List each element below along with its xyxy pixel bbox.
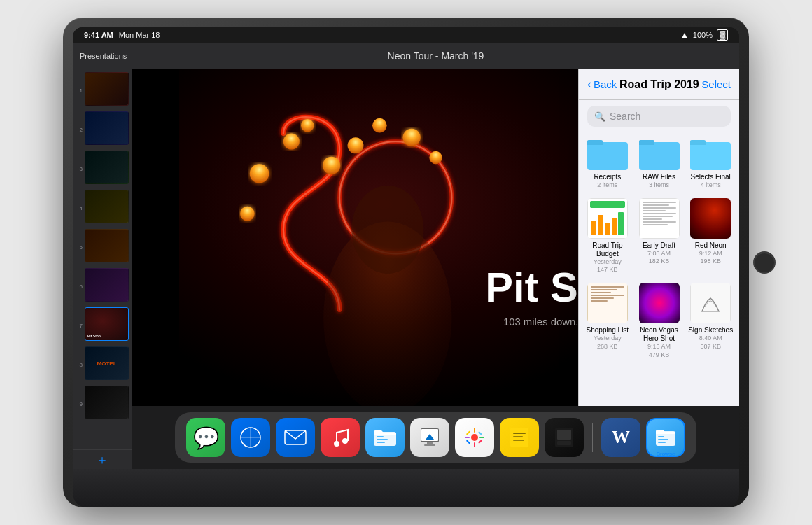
slide-thumb-2[interactable] [85, 111, 129, 145]
file-sign-sketches[interactable]: Sign Sketches 8:40 AM 507 KB [687, 283, 734, 359]
file-thumb-shopping [587, 283, 628, 323]
slide-num-6: 6 [76, 284, 83, 290]
svg-point-25 [342, 438, 348, 444]
svg-point-4 [250, 164, 269, 183]
svg-rect-40 [466, 430, 470, 435]
svg-rect-41 [478, 431, 482, 435]
presentations-label: Presentations [80, 52, 127, 60]
files-grid: Receipts 2 items [579, 132, 739, 406]
file-shopping-list[interactable]: Shopping List Yesterday 268 KB [584, 283, 631, 359]
slide-thumb-4[interactable] [85, 190, 129, 223]
svg-rect-36 [474, 428, 475, 433]
slide-thumb-8[interactable]: MOTEL [85, 346, 129, 380]
svg-rect-47 [513, 440, 524, 441]
search-bar[interactable]: 🔍 Search [587, 106, 731, 127]
file-early-draft[interactable]: Early Draft 7:03 AM 182 KB [636, 198, 682, 274]
slide-num-9: 9 [76, 401, 83, 407]
folder-meta-raw: 3 items [649, 181, 669, 190]
file-thumb-red-neon [690, 198, 731, 239]
slide-num-8: 8 [76, 362, 83, 368]
slide-row-4: 4 [76, 190, 129, 226]
dock-app-keynote[interactable] [410, 418, 449, 457]
dock-app-notes[interactable] [500, 418, 539, 457]
dock-app-mail[interactable] [276, 418, 315, 457]
dock-app-files[interactable] [365, 418, 405, 457]
folder-icon-raw [639, 138, 680, 170]
dock-app-phone[interactable] [545, 418, 584, 457]
slide-num-7: 7 [76, 323, 83, 329]
notes-icon [510, 427, 529, 448]
slide-row-5: 5 [76, 229, 129, 265]
slide-num-4: 4 [76, 205, 83, 211]
files-panel: ‹ Back Road Trip 2019 Select [578, 69, 739, 406]
slide-thumb-6[interactable] [85, 268, 129, 302]
keynote-sidebar: Presentations ⊞ ↩ 1 2 [73, 43, 132, 469]
files-nav-bar: ‹ Back Road Trip 2019 Select [579, 69, 739, 100]
add-slide-button[interactable]: ＋ [73, 449, 132, 469]
file-time-shopping: Yesterday [594, 335, 622, 343]
slide-thumb-1[interactable] [85, 72, 129, 106]
dock-app-word[interactable]: W [601, 418, 640, 457]
files-search-area: 🔍 Search [579, 100, 739, 132]
file-road-trip-budget[interactable]: Road Trip Budget Yesterday 147 KB [584, 198, 631, 274]
file-name-red-neon: Red Neon [695, 241, 727, 250]
slide-row-2: 2 [76, 111, 129, 148]
select-button[interactable]: Select [701, 78, 731, 90]
svg-rect-38 [465, 437, 470, 438]
svg-point-35 [471, 434, 478, 441]
slide-thumb-9[interactable] [85, 386, 129, 419]
dock-app-safari[interactable] [231, 418, 270, 457]
svg-point-12 [429, 151, 442, 164]
slide-row-9: 9 [76, 386, 129, 422]
home-button[interactable] [753, 251, 776, 274]
folder-receipts[interactable]: Receipts 2 items [584, 138, 631, 190]
folder-selects-final[interactable]: Selects Final 4 items [687, 138, 734, 190]
slide-thumb-5[interactable] [85, 229, 129, 262]
svg-rect-43 [478, 440, 482, 444]
folder-icon-selects [690, 138, 731, 170]
status-right: ▲ 100% ▓ [680, 29, 728, 41]
svg-rect-45 [513, 433, 526, 434]
folder-title: Road Trip 2019 [620, 78, 699, 91]
back-chevron-icon: ‹ [587, 77, 592, 92]
svg-rect-33 [427, 442, 433, 444]
slide-num-5: 5 [76, 244, 83, 251]
slide-num-1: 1 [76, 88, 83, 94]
files-icon [373, 428, 397, 447]
files-back-button[interactable]: ‹ Back [587, 77, 617, 92]
file-neon-vegas[interactable]: Neon Vegas Hero Shot 9:15 AM 479 KB [636, 283, 682, 359]
slide-row-7: 7 Pit Stop [76, 307, 129, 344]
file-size-draft: 182 KB [649, 258, 670, 266]
folder-raw-files[interactable]: RAW Files 3 items [636, 138, 682, 190]
slide-thumb-3[interactable] [85, 150, 129, 184]
svg-rect-29 [377, 442, 385, 443]
keynote-top-bar: Neon Tour - March '19 [132, 43, 739, 69]
back-label: Back [594, 78, 617, 90]
svg-rect-50 [557, 441, 571, 445]
status-bar: 9:41 AM Mon Mar 18 ▲ 100% ▓ [73, 27, 739, 43]
sketch-svg [695, 288, 726, 318]
screen: 9:41 AM Mon Mar 18 ▲ 100% ▓ Presentation… [73, 27, 739, 469]
dock-app-messages[interactable]: 💬 [186, 418, 225, 457]
dock-app-music[interactable] [321, 418, 360, 457]
files-row-1: Road Trip Budget Yesterday 147 KB [584, 198, 734, 274]
dock-divider [592, 423, 593, 452]
dock-app-photos[interactable] [455, 418, 494, 457]
files-row-2: Shopping List Yesterday 268 KB [584, 283, 734, 359]
slide-thumb-7[interactable]: Pit Stop [85, 307, 129, 341]
slide-thumbnails: 1 2 3 [73, 69, 132, 449]
file-name-sketches: Sign Sketches [688, 326, 733, 335]
plus-icon: ＋ [96, 451, 108, 468]
dock-app-browse[interactable]: Browse [646, 418, 685, 457]
svg-point-7 [240, 206, 255, 221]
file-red-neon[interactable]: Red Neon 9:12 AM 198 KB [687, 198, 734, 274]
svg-rect-34 [424, 444, 435, 446]
svg-rect-52 [658, 436, 664, 438]
file-time-draft: 7:03 AM [648, 250, 671, 258]
file-size-shopping: 268 KB [597, 343, 618, 351]
file-size-sketches: 507 KB [700, 343, 721, 351]
device-frame: 9:41 AM Mon Mar 18 ▲ 100% ▓ Presentation… [63, 18, 749, 507]
file-name-neon-vegas: Neon Vegas Hero Shot [636, 326, 682, 343]
battery-icon: ▓ [717, 29, 728, 41]
file-time-red-neon: 9:12 AM [699, 250, 722, 258]
